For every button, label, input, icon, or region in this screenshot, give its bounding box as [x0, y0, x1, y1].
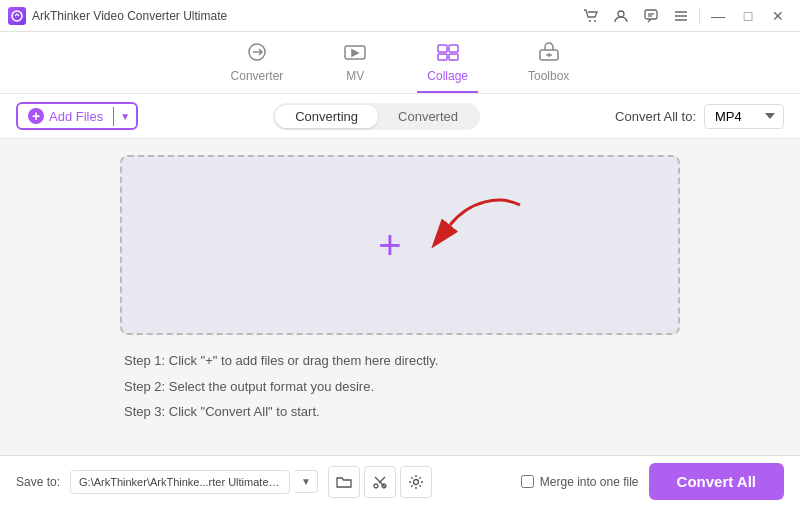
svg-line-21 — [379, 477, 385, 483]
tab-converter[interactable]: Converter — [221, 38, 294, 93]
convert-all-to-label: Convert All to: — [615, 109, 696, 124]
chat-icon[interactable] — [637, 2, 665, 30]
plus-circle-icon: + — [28, 108, 44, 124]
toolbar: + Add Files ▼ Converting Converted Conve… — [0, 94, 800, 139]
tab-toolbox-label: Toolbox — [528, 69, 569, 83]
tab-mv-label: MV — [346, 69, 364, 83]
svg-rect-14 — [438, 54, 447, 60]
instruction-step1: Step 1: Click "+" to add files or drag t… — [124, 351, 676, 371]
main-content: + Step 1: Click "+" to add files or drag… — [0, 139, 800, 507]
titlebar: ArkThinker Video Converter Ultimate — [0, 0, 800, 32]
add-files-dropdown-arrow[interactable]: ▼ — [113, 107, 136, 126]
svg-point-22 — [374, 484, 378, 488]
titlebar-left: ArkThinker Video Converter Ultimate — [8, 7, 227, 25]
bottom-bar: Save to: G:\ArkThinker\ArkThinke...rter … — [0, 455, 800, 507]
maximize-button[interactable]: □ — [734, 2, 762, 30]
tab-converter-label: Converter — [231, 69, 284, 83]
tab-collage-label: Collage — [427, 69, 468, 83]
instruction-step3: Step 3: Click "Convert All" to start. — [124, 402, 676, 422]
app-icon — [8, 7, 26, 25]
cut-icon-btn[interactable] — [364, 466, 396, 498]
settings-icon-btn[interactable] — [400, 466, 432, 498]
converter-icon — [245, 42, 269, 65]
format-select[interactable]: MP4 MKV AVI MOV WMV — [704, 104, 784, 129]
svg-point-3 — [618, 11, 624, 17]
add-files-main: + Add Files — [18, 104, 113, 128]
add-files-label: Add Files — [49, 109, 103, 124]
add-file-cross[interactable]: + — [378, 225, 401, 265]
drop-zone[interactable]: + — [120, 155, 680, 335]
nav-tabs: Converter MV Collage — [0, 32, 800, 94]
merge-label[interactable]: Merge into one file — [540, 475, 639, 489]
svg-point-2 — [594, 20, 596, 22]
minimize-button[interactable]: — — [704, 2, 732, 30]
svg-point-24 — [413, 479, 418, 484]
save-to-label: Save to: — [16, 475, 60, 489]
converting-converted-tabs: Converting Converted — [273, 103, 480, 130]
arrow-illustration — [410, 185, 530, 265]
save-path-display: G:\ArkThinker\ArkThinke...rter Ultimate\… — [70, 470, 290, 494]
tab-collage[interactable]: Collage — [417, 38, 478, 93]
tab-mv[interactable]: MV — [333, 38, 377, 93]
bottom-icon-group — [328, 466, 432, 498]
user-icon[interactable] — [607, 2, 635, 30]
titlebar-separator — [699, 8, 700, 24]
instructions: Step 1: Click "+" to add files or drag t… — [120, 351, 680, 428]
svg-rect-13 — [449, 45, 458, 52]
close-button[interactable]: ✕ — [764, 2, 792, 30]
svg-rect-15 — [449, 54, 458, 60]
cart-icon[interactable] — [577, 2, 605, 30]
tab-converted[interactable]: Converted — [378, 105, 478, 128]
add-files-button[interactable]: + Add Files ▼ — [16, 102, 138, 130]
collage-icon — [436, 42, 460, 65]
mv-icon — [343, 42, 367, 65]
tab-toolbox[interactable]: Toolbox — [518, 38, 579, 93]
instruction-step2: Step 2: Select the output format you des… — [124, 377, 676, 397]
path-dropdown-arrow[interactable]: ▼ — [295, 470, 318, 493]
toolbox-icon — [537, 42, 561, 65]
menu-icon[interactable] — [667, 2, 695, 30]
svg-point-0 — [12, 11, 22, 21]
app-title: ArkThinker Video Converter Ultimate — [32, 9, 227, 23]
svg-point-1 — [589, 20, 591, 22]
folder-icon-btn[interactable] — [328, 466, 360, 498]
convert-all-to-group: Convert All to: MP4 MKV AVI MOV WMV — [615, 104, 784, 129]
merge-checkbox[interactable] — [521, 475, 534, 488]
titlebar-controls: — □ ✕ — [577, 2, 792, 30]
tab-converting[interactable]: Converting — [275, 105, 378, 128]
convert-all-button[interactable]: Convert All — [649, 463, 784, 500]
svg-rect-12 — [438, 45, 447, 52]
merge-checkbox-group: Merge into one file — [521, 475, 639, 489]
